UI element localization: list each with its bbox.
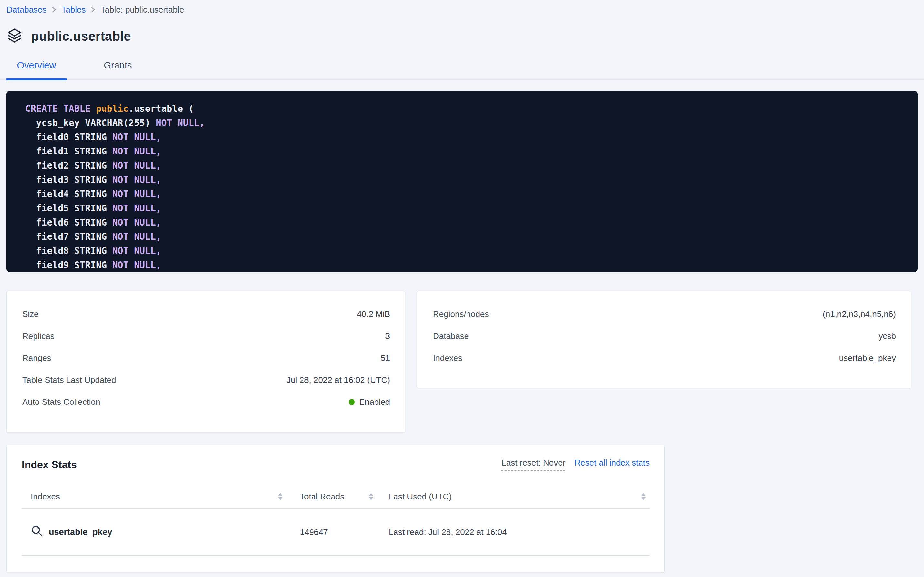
last-used-value: Last read: Jul 28, 2022 at 16:04 (389, 527, 507, 537)
tab-grants[interactable]: Grants (97, 60, 139, 79)
sql-line: field5 STRING NOT NULL, (25, 201, 905, 216)
stat-value: ycsb (879, 331, 896, 341)
stat-row-indexes: Indexes usertable_pkey (433, 347, 896, 369)
stat-value: (n1,n2,n3,n4,n5,n6) (823, 309, 896, 319)
table-location-card: Regions/nodes (n1,n2,n3,n4,n5,n6) Databa… (417, 291, 911, 388)
sql-line: field8 STRING NOT NULL, (25, 244, 905, 258)
page-header: public.usertable (0, 27, 924, 45)
sql-line: field6 STRING NOT NULL, (25, 216, 905, 230)
sql-line: field1 STRING NOT NULL, (25, 144, 905, 159)
create-table-sql-block: CREATE TABLE public.usertable ( ycsb_key… (6, 91, 918, 272)
sql-line: ycsb_key VARCHAR(255) NOT NULL, (25, 116, 905, 130)
stat-value: 40.2 MiB (357, 309, 390, 319)
sql-line: field4 STRING NOT NULL, (25, 187, 905, 201)
tab-bar: Overview Grants (0, 60, 924, 80)
reset-index-stats-link[interactable]: Reset all index stats (574, 458, 649, 468)
column-header-indexes[interactable]: Indexes (31, 492, 60, 502)
sort-caret-icon[interactable] (277, 492, 283, 501)
stat-row-stats-updated: Table Stats Last Updated Jul 28, 2022 at… (22, 369, 390, 391)
overview-stats: Size 40.2 MiB Replicas 3 Ranges 51 Table… (6, 291, 918, 433)
stat-row-size: Size 40.2 MiB (22, 303, 390, 325)
sql-line: field0 STRING NOT NULL, (25, 130, 905, 144)
last-reset-label[interactable]: Last reset: Never (501, 458, 565, 471)
column-header-last-used[interactable]: Last Used (UTC) (389, 492, 452, 502)
stat-value: Jul 28, 2022 at 16:02 (UTC) (286, 375, 390, 385)
chevron-right-icon (91, 6, 95, 13)
chevron-right-icon (51, 6, 56, 13)
sort-caret-icon[interactable] (368, 492, 374, 501)
stat-row-database: Database ycsb (433, 325, 896, 347)
breadcrumb: Databases Tables Table: public.usertable (0, 0, 924, 16)
index-stats-card: Index Stats Last reset: Never Reset all … (6, 445, 665, 573)
tab-overview[interactable]: Overview (6, 60, 67, 79)
index-table-header: Indexes Total Reads Last Used (UTC) (22, 485, 649, 509)
column-header-total-reads[interactable]: Total Reads (300, 492, 344, 502)
index-stats-table: Indexes Total Reads Last Used (UTC) (22, 485, 649, 556)
breadcrumb-link-tables[interactable]: Tables (61, 5, 85, 15)
sql-line: field2 STRING NOT NULL, (25, 159, 905, 173)
stat-label: Size (22, 309, 39, 319)
table-details-card: Size 40.2 MiB Replicas 3 Ranges 51 Table… (6, 291, 405, 433)
stat-label: Database (433, 331, 469, 341)
sql-line: field9 STRING NOT NULL, (25, 258, 905, 272)
stat-value: 51 (381, 353, 390, 363)
stat-value: 3 (386, 331, 390, 341)
status-text: Enabled (359, 397, 390, 407)
stat-label: Ranges (22, 353, 51, 363)
sql-line: field7 STRING NOT NULL, (25, 230, 905, 244)
stat-label: Replicas (22, 331, 55, 341)
stat-row-auto-stats: Auto Stats Collection Enabled (22, 391, 390, 413)
status-value: Enabled (349, 397, 390, 407)
index-stats-title: Index Stats (22, 459, 77, 471)
stat-row-regions: Regions/nodes (n1,n2,n3,n4,n5,n6) (433, 303, 896, 325)
stat-value: usertable_pkey (839, 353, 896, 363)
index-name-cell[interactable]: usertable_pkey (31, 525, 112, 540)
index-table-row[interactable]: usertable_pkey 149647 Last read: Jul 28,… (22, 509, 649, 556)
magnifier-icon (31, 525, 43, 540)
stat-label: Table Stats Last Updated (22, 375, 116, 385)
stat-label: Auto Stats Collection (22, 397, 100, 407)
breadcrumb-link-databases[interactable]: Databases (6, 5, 47, 15)
page-title: public.usertable (31, 29, 131, 44)
sql-line: CREATE TABLE public.usertable ( (25, 102, 905, 116)
stat-label: Indexes (433, 353, 462, 363)
breadcrumb-current: Table: public.usertable (100, 5, 184, 15)
sql-line: field3 STRING NOT NULL, (25, 173, 905, 187)
stat-label: Regions/nodes (433, 309, 489, 319)
status-enabled-dot (349, 399, 355, 405)
stat-row-ranges: Ranges 51 (22, 347, 390, 369)
table-stack-icon (6, 27, 22, 45)
sort-caret-icon[interactable] (641, 492, 646, 501)
index-name: usertable_pkey (49, 527, 112, 537)
stat-row-replicas: Replicas 3 (22, 325, 390, 347)
total-reads-value: 149647 (300, 527, 328, 537)
